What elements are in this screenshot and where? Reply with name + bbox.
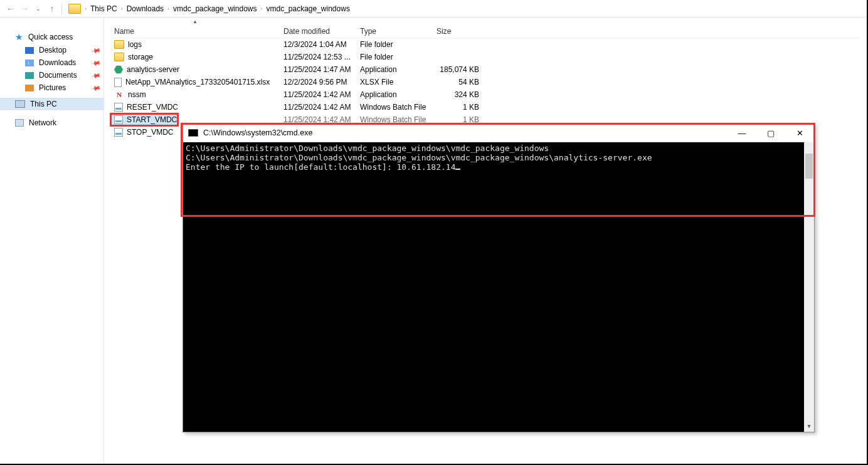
star-icon: ★ <box>15 32 23 42</box>
cmd-title-text: C:\Windows\system32\cmd.exe <box>203 128 312 137</box>
batch-icon <box>114 128 123 137</box>
nav-label: This PC <box>30 100 57 108</box>
file-date: 11/25/2024 1:42 AM <box>283 90 360 99</box>
folder-icon <box>68 4 81 14</box>
file-name: RESET_VMDC <box>127 103 178 112</box>
back-button[interactable]: ← <box>4 2 18 16</box>
forward-button[interactable]: → <box>18 2 31 16</box>
file-row[interactable]: Nnssm 11/25/2024 1:42 AM Application 324… <box>110 88 860 101</box>
nav-pictures[interactable]: Pictures 📌 <box>0 81 103 94</box>
file-name: nssm <box>128 90 146 99</box>
column-headers[interactable]: Name Date modified Type Size <box>110 24 860 38</box>
file-type: Application <box>360 90 437 99</box>
file-name: NetApp_VMAnalytics_1733205401715.xlsx <box>125 78 270 86</box>
desktop-icon <box>25 47 34 54</box>
chevron-right-icon: › <box>260 6 262 12</box>
file-type: Application <box>360 65 437 74</box>
folder-icon <box>114 40 124 49</box>
file-row[interactable]: logs 12/3/2024 1:04 AM File folder <box>110 38 860 51</box>
cmd-line: C:\Users\Administrator\Downloads\vmdc_pa… <box>186 153 652 162</box>
downloads-icon: ↓ <box>25 60 34 66</box>
file-date: 12/3/2024 1:04 AM <box>283 40 360 49</box>
recent-dropdown[interactable]: ⌄ <box>31 2 45 16</box>
nav-label: Quick access <box>28 33 73 41</box>
file-name: analytics-server <box>127 65 179 74</box>
nav-downloads[interactable]: ↓ Downloads 📌 <box>0 56 103 69</box>
file-size: 185,074 KB <box>437 65 487 74</box>
col-size[interactable]: Size <box>437 27 487 36</box>
batch-icon <box>114 115 123 124</box>
col-date[interactable]: Date modified <box>283 27 360 36</box>
nav-this-pc[interactable]: This PC <box>0 98 103 110</box>
file-row[interactable]: analytics-server 11/25/2024 1:47 AM Appl… <box>110 63 860 76</box>
scroll-down-icon[interactable]: ▼ <box>804 422 814 432</box>
document-icon <box>114 78 122 87</box>
nav-label: Downloads <box>39 58 76 67</box>
file-row[interactable]: NetApp_VMAnalytics_1733205401715.xlsx 12… <box>110 76 860 88</box>
col-type[interactable]: Type <box>360 27 437 36</box>
cmd-titlebar[interactable]: C:\Windows\system32\cmd.exe — ▢ ✕ <box>183 123 814 142</box>
file-type: File folder <box>360 53 437 61</box>
file-size: 1 KB <box>437 103 487 112</box>
crumb-seg[interactable]: vmdc_package_windows <box>172 3 258 14</box>
minimize-button[interactable]: — <box>728 123 756 142</box>
nav-label: Pictures <box>39 83 66 92</box>
file-date: 12/2/2024 9:56 PM <box>283 78 360 86</box>
file-size: 54 KB <box>437 78 487 86</box>
this-pc-icon <box>15 100 25 108</box>
nav-network[interactable]: Network <box>0 117 103 129</box>
navigation-pane: ★ Quick access Desktop 📌 ↓ Downloads 📌 D… <box>0 18 104 464</box>
pictures-icon <box>25 85 34 91</box>
breadcrumb[interactable]: › This PC › Downloads › vmdc_package_win… <box>85 3 351 14</box>
cursor-icon <box>455 169 460 170</box>
crumb-seg[interactable]: Downloads <box>125 3 165 14</box>
file-type: Windows Batch File <box>360 103 437 112</box>
file-type: XLSX File <box>360 78 437 86</box>
file-name: logs <box>128 40 142 49</box>
batch-icon <box>114 103 123 112</box>
file-date: 11/25/2024 1:47 AM <box>283 65 360 74</box>
cmd-line: C:\Users\Administrator\Downloads\vmdc_pa… <box>186 144 549 153</box>
close-button[interactable]: ✕ <box>785 123 814 142</box>
nav-label: Documents <box>39 71 77 80</box>
nav-label: Desktop <box>39 46 66 55</box>
pin-icon: 📌 <box>91 83 101 93</box>
pin-icon: 📌 <box>91 58 101 68</box>
pin-icon: 📌 <box>91 70 101 80</box>
app-icon <box>114 65 123 74</box>
scroll-thumb[interactable] <box>805 154 813 179</box>
file-name: START_VMDC <box>127 115 177 124</box>
file-type: File folder <box>360 40 437 49</box>
nav-quick-access[interactable]: ★ Quick access <box>0 30 103 44</box>
divider <box>61 3 62 14</box>
cmd-line: Enter the IP to launch[default:localhost… <box>186 162 455 172</box>
sort-indicator-icon: ▲ <box>110 19 280 24</box>
documents-icon <box>25 72 34 79</box>
cmd-icon <box>188 129 198 137</box>
file-name: STOP_VMDC <box>127 128 173 137</box>
app-icon: N <box>114 90 124 99</box>
network-icon <box>15 119 24 127</box>
up-button[interactable]: ↑ <box>45 2 59 16</box>
nav-desktop[interactable]: Desktop 📌 <box>0 44 103 56</box>
nav-documents[interactable]: Documents 📌 <box>0 69 103 81</box>
crumb-seg[interactable]: vmdc_package_windows <box>265 3 351 14</box>
file-date: 11/25/2024 1:42 AM <box>283 103 360 112</box>
file-name: storage <box>128 53 153 61</box>
cmd-output[interactable]: C:\Users\Administrator\Downloads\vmdc_pa… <box>183 142 814 432</box>
file-date: 11/25/2024 12:53 ... <box>283 53 360 61</box>
chevron-right-icon: › <box>167 6 169 12</box>
maximize-button[interactable]: ▢ <box>756 123 785 142</box>
nav-label: Network <box>29 118 56 127</box>
chevron-right-icon: › <box>85 6 87 12</box>
file-row[interactable]: RESET_VMDC 11/25/2024 1:42 AM Windows Ba… <box>110 101 860 113</box>
col-name[interactable]: Name <box>114 27 283 36</box>
folder-icon <box>114 53 124 61</box>
address-bar: ← → ⌄ ↑ › This PC › Downloads › vmdc_pac… <box>0 0 867 18</box>
scrollbar[interactable]: ▲ ▼ <box>804 142 814 432</box>
file-size: 324 KB <box>437 90 487 99</box>
file-row[interactable]: storage 11/25/2024 12:53 ... File folder <box>110 51 860 63</box>
pin-icon: 📌 <box>91 45 101 55</box>
crumb-seg[interactable]: This PC <box>89 3 119 14</box>
cmd-window: C:\Windows\system32\cmd.exe — ▢ ✕ C:\Use… <box>183 123 815 432</box>
